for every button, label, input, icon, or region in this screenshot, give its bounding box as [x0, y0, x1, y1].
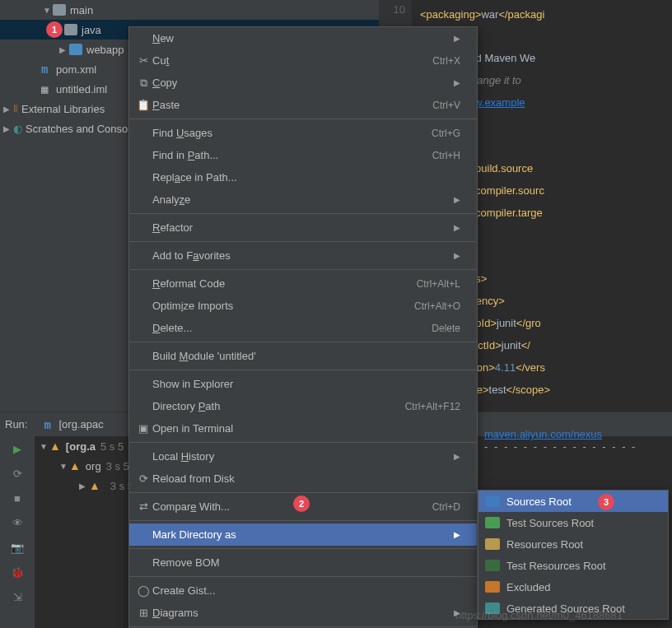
- tree-main[interactable]: ▼main: [0, 0, 379, 20]
- menu-history[interactable]: Local History▶: [129, 445, 477, 468]
- run-config[interactable]: [org.apac: [58, 418, 103, 430]
- menu-optimize[interactable]: Optimize ImportsCtrl+Alt+O: [129, 295, 477, 317]
- submenu-test-sources[interactable]: Test Sources Root: [478, 512, 668, 533]
- menu-remove-bom[interactable]: Remove BOM: [129, 551, 477, 574]
- submenu-sources-root[interactable]: Sources Root: [478, 491, 668, 512]
- menu-find-path[interactable]: Find in Path...Ctrl+H: [129, 144, 477, 166]
- view-button[interactable]: 👁: [0, 510, 35, 535]
- bug-button[interactable]: 🐞: [0, 560, 35, 584]
- menu-explorer[interactable]: Show in Explorer: [129, 373, 477, 395]
- snap-button[interactable]: 📷: [0, 535, 35, 560]
- badge-2: 2: [293, 495, 310, 512]
- menu-replace-path[interactable]: Replace in Path...: [129, 166, 477, 188]
- maven-icon: m: [44, 418, 58, 431]
- menu-cut[interactable]: ✂CutCtrl+X: [129, 49, 477, 72]
- console-output: maven.aliyun.com/nexus - - - - - - - - -…: [484, 428, 637, 453]
- menu-mark-directory[interactable]: Mark Directory as▶: [129, 523, 477, 546]
- debug-button[interactable]: ⟳: [0, 461, 35, 486]
- stop-button[interactable]: ■: [0, 486, 35, 510]
- submenu-test-resources[interactable]: Test Resources Root: [478, 555, 668, 576]
- menu-gist[interactable]: ◯Create Gist...: [129, 579, 477, 602]
- watermark: https://blog.csdn.net/m0_46188681: [455, 609, 623, 621]
- submenu-resources[interactable]: Resources Root: [478, 533, 668, 555]
- menu-new[interactable]: New▶: [129, 27, 477, 49]
- menu-build[interactable]: Build Module 'untitled': [129, 345, 477, 367]
- badge-1: 1: [46, 21, 63, 38]
- mark-directory-submenu: Sources Root Test Sources Root Resources…: [478, 490, 669, 620]
- menu-reformat[interactable]: Reformat CodeCtrl+Alt+L: [129, 272, 477, 295]
- badge-3: 3: [598, 494, 614, 510]
- submenu-excluded[interactable]: Excluded: [478, 576, 668, 598]
- menu-terminal[interactable]: ▣Open in Terminal: [129, 417, 477, 440]
- exit-button[interactable]: ⇲: [0, 584, 35, 609]
- menu-analyze[interactable]: Analyze▶: [129, 188, 477, 211]
- run-button[interactable]: ▶: [0, 436, 35, 461]
- menu-find-usages[interactable]: Find UsagesCtrl+G: [129, 122, 477, 144]
- menu-dirpath[interactable]: Directory PathCtrl+Alt+F12: [129, 395, 477, 417]
- context-menu: New▶ ✂CutCtrl+X ⧉Copy▶ 📋PasteCtrl+V Find…: [128, 26, 478, 628]
- run-toolbar: ▶ ⟳ ■ 👁 📷 🐞 ⇲: [0, 436, 35, 628]
- menu-favorites[interactable]: Add to Favorites▶: [129, 244, 477, 267]
- menu-reload[interactable]: ⟳Reload from Disk: [129, 468, 477, 490]
- menu-paste[interactable]: 📋PasteCtrl+V: [129, 94, 477, 116]
- menu-refactor[interactable]: Refactor▶: [129, 216, 477, 239]
- menu-diagrams[interactable]: ⊞Diagrams▶: [129, 602, 477, 624]
- menu-copy[interactable]: ⧉Copy▶: [129, 72, 477, 94]
- run-label: Run:: [5, 418, 27, 430]
- menu-delete[interactable]: Delete...Delete: [129, 317, 477, 339]
